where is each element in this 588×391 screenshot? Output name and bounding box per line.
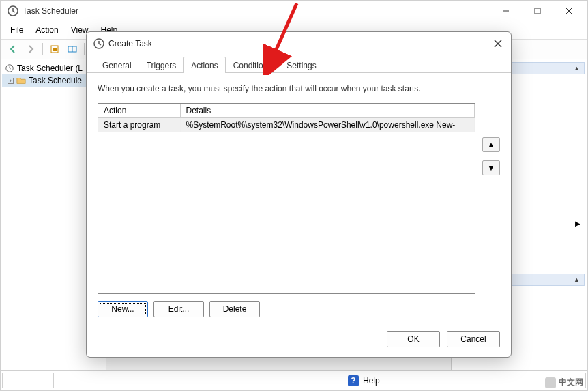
dialog-close-button[interactable] xyxy=(492,38,504,50)
tool-icon-1[interactable] xyxy=(46,42,63,57)
actions-table[interactable]: Action Details Start a program %SystemRo… xyxy=(98,103,475,294)
dialog-footer: OK Cancel xyxy=(87,324,511,357)
delete-button[interactable]: Delete xyxy=(209,301,260,317)
separator xyxy=(84,43,85,55)
table-row[interactable]: Start a program %SystemRoot%\system32\Wi… xyxy=(98,118,475,132)
actions-table-area: Action Details Start a program %SystemRo… xyxy=(98,103,500,294)
tab-general[interactable]: General xyxy=(95,57,139,73)
menu-action[interactable]: Action xyxy=(30,23,63,38)
watermark: 中文网 xyxy=(545,377,583,388)
move-up-button[interactable]: ▲ xyxy=(482,137,500,152)
svg-rect-1 xyxy=(535,8,540,14)
close-button[interactable] xyxy=(553,1,585,21)
titlebar: Task Scheduler xyxy=(1,1,587,21)
tab-conditions[interactable]: Conditions xyxy=(226,57,280,73)
help-icon: ? xyxy=(348,375,359,386)
col-details[interactable]: Details xyxy=(180,104,475,118)
cell-action: Start a program xyxy=(98,118,180,132)
expand-icon[interactable]: › xyxy=(8,78,14,84)
back-button[interactable] xyxy=(5,42,21,57)
forward-button[interactable] xyxy=(23,42,39,57)
col-action[interactable]: Action xyxy=(98,104,180,118)
status-cell xyxy=(2,373,54,388)
new-button[interactable]: New... xyxy=(98,301,148,317)
tabbar: General Triggers Actions Conditions Sett… xyxy=(87,57,511,73)
dialog-body: When you create a task, you must specify… xyxy=(87,73,511,324)
cancel-button[interactable]: Cancel xyxy=(447,331,500,347)
create-task-dialog: Create Task General Triggers Actions Con… xyxy=(86,31,512,358)
tool-icon-2[interactable] xyxy=(64,42,80,57)
clock-icon xyxy=(93,38,104,49)
window-controls xyxy=(490,1,585,21)
dialog-title: Create Task xyxy=(108,39,492,48)
move-down-button[interactable]: ▼ xyxy=(482,160,500,175)
statusbar: ? Help xyxy=(1,370,587,390)
triangle-up-icon: ▲ xyxy=(574,65,580,72)
folder-icon xyxy=(16,76,26,85)
tab-settings[interactable]: Settings xyxy=(279,57,323,73)
svg-rect-3 xyxy=(53,48,57,51)
expand-icon[interactable]: ▶ xyxy=(575,220,580,227)
clock-icon xyxy=(5,63,14,73)
php-icon xyxy=(545,377,556,388)
help-label: Help xyxy=(363,376,380,386)
tab-actions[interactable]: Actions xyxy=(183,57,225,73)
app-title: Task Scheduler xyxy=(23,6,490,16)
separator xyxy=(42,43,43,55)
tab-triggers[interactable]: Triggers xyxy=(139,57,184,73)
edit-button[interactable]: Edit... xyxy=(153,301,204,317)
tree-root-label: Task Scheduler (L xyxy=(17,63,83,73)
ok-button[interactable]: OK xyxy=(387,331,440,347)
clock-icon xyxy=(8,5,18,16)
triangle-up-icon: ▲ xyxy=(574,276,580,283)
action-buttons: New... Edit... Delete xyxy=(98,301,500,317)
status-cell xyxy=(57,373,108,388)
reorder-buttons: ▲ ▼ xyxy=(482,103,500,294)
tree-library-label: Task Schedule xyxy=(29,76,82,85)
instruction-text: When you create a task, you must specify… xyxy=(98,84,500,93)
maximize-button[interactable] xyxy=(522,1,553,21)
menu-file[interactable]: File xyxy=(5,23,29,38)
dialog-titlebar: Create Task xyxy=(87,32,511,55)
minimize-button[interactable] xyxy=(490,1,522,21)
watermark-text: 中文网 xyxy=(559,377,583,388)
cell-details: %SystemRoot%\system32\WindowsPowerShell\… xyxy=(180,118,475,132)
